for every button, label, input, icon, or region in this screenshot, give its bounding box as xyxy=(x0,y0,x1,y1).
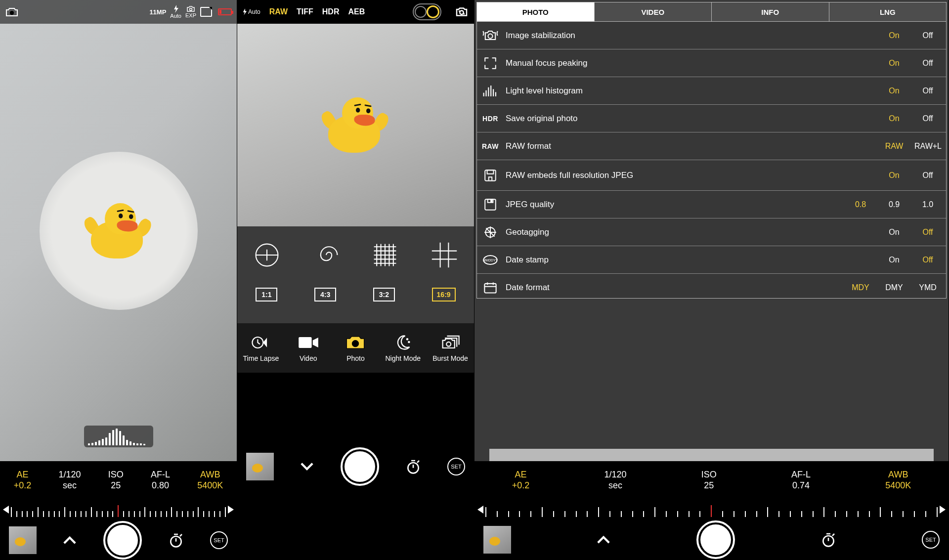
viewfinder[interactable] xyxy=(0,0,237,461)
storage-icon[interactable] xyxy=(200,7,212,17)
adjustment-ruler[interactable] xyxy=(474,499,949,520)
format-topbar: Auto RAW TIFF HDR AEB xyxy=(237,0,474,24)
ratio-16-9[interactable]: 16:9 xyxy=(432,288,456,302)
settings-button[interactable]: SET xyxy=(447,458,465,475)
setting-option[interactable]: Off xyxy=(914,228,941,237)
setting-option[interactable]: 0.9 xyxy=(881,200,907,209)
ratio-3-2[interactable]: 3:2 xyxy=(373,288,395,302)
setting-option[interactable]: On xyxy=(881,31,907,40)
tab-lng[interactable]: LNG xyxy=(829,2,947,21)
settings-button[interactable]: SET xyxy=(210,531,228,549)
mode-video[interactable]: Video xyxy=(286,334,331,362)
gallery-thumbnail[interactable] xyxy=(9,526,37,554)
setting-label: Light level histogram xyxy=(506,86,874,96)
flash-auto-indicator[interactable]: Auto xyxy=(242,8,260,16)
top-bar: 11MP Auto EXP xyxy=(0,0,237,24)
format-raw[interactable]: RAW xyxy=(269,7,288,16)
ae-readout[interactable]: AE+0.2 xyxy=(14,469,32,491)
mode-burst[interactable]: Burst Mode xyxy=(428,334,473,362)
setting-option[interactable]: Off xyxy=(914,86,941,95)
ruler-left-arrow[interactable] xyxy=(477,506,483,514)
flip-camera-icon[interactable] xyxy=(454,4,469,19)
ruler-right-arrow[interactable] xyxy=(940,506,946,514)
setting-option[interactable]: On xyxy=(881,171,907,180)
svg-rect-36 xyxy=(485,199,496,210)
svg-point-0 xyxy=(10,11,14,15)
setting-option[interactable]: Off xyxy=(914,59,941,68)
camera-screen-format: Auto RAW TIFF HDR AEB 1:1 4:3 3:2 16:9 xyxy=(237,0,474,560)
shutter-readout[interactable]: 1/120sec xyxy=(604,469,626,491)
shutter-button[interactable] xyxy=(103,521,142,560)
awb-readout[interactable]: AWB5400K xyxy=(885,469,911,491)
iso-readout[interactable]: ISO25 xyxy=(108,469,124,491)
iso-readout[interactable]: ISO25 xyxy=(701,469,717,491)
self-timer-icon[interactable] xyxy=(405,459,421,474)
spiral-overlay-icon[interactable] xyxy=(312,241,340,269)
shutter-button[interactable] xyxy=(341,447,379,486)
setting-option[interactable]: DMY xyxy=(881,283,907,292)
mode-time-lapse[interactable]: Time Lapse xyxy=(238,334,284,362)
gallery-thumbnail[interactable] xyxy=(246,453,274,480)
tab-info[interactable]: INFO xyxy=(712,2,829,21)
af-readout[interactable]: AF-L0.80 xyxy=(151,469,170,491)
hdr-icon: HDR xyxy=(482,112,499,126)
fine-grid-overlay-icon[interactable] xyxy=(371,241,399,269)
raw-icon: RAW xyxy=(482,139,499,153)
setting-option[interactable]: On xyxy=(881,59,907,68)
shutter-readout[interactable]: 1/120sec xyxy=(58,469,81,491)
mode-photo[interactable]: Photo xyxy=(333,334,378,362)
setting-label: Date format xyxy=(506,283,840,293)
tab-video[interactable]: VIDEO xyxy=(595,2,712,21)
subject-preview xyxy=(321,94,390,156)
camera-icon[interactable] xyxy=(5,6,19,17)
gallery-thumbnail[interactable] xyxy=(483,526,511,554)
horizon-overlay-icon[interactable] xyxy=(253,241,281,269)
chevron-up-icon[interactable] xyxy=(597,533,610,547)
setting-option[interactable]: MDY xyxy=(847,283,874,292)
lens-toggle[interactable] xyxy=(413,3,441,20)
setting-option[interactable]: On xyxy=(881,256,907,264)
awb-readout[interactable]: AWB5400K xyxy=(197,469,223,491)
svg-point-22 xyxy=(352,341,359,347)
histogram-overlay xyxy=(84,426,153,447)
setting-row-4: RAWRAW formatRAWRAW+L xyxy=(477,132,946,160)
chevron-up-icon[interactable] xyxy=(63,533,77,547)
settings-list[interactable]: Image stabilizationOnOffManual focus pea… xyxy=(476,22,947,299)
self-timer-icon[interactable] xyxy=(820,532,836,548)
chevron-down-icon[interactable] xyxy=(300,460,314,474)
setting-option[interactable]: RAW xyxy=(881,142,907,151)
shutter-button[interactable] xyxy=(696,520,735,559)
setting-option[interactable]: RAW+L xyxy=(914,142,941,151)
setting-option[interactable]: YMD xyxy=(914,283,941,292)
viewfinder[interactable] xyxy=(237,24,474,226)
format-hdr[interactable]: HDR xyxy=(322,7,340,16)
format-tiff[interactable]: TIFF xyxy=(297,7,313,16)
setting-option[interactable]: 1.0 xyxy=(914,200,941,209)
setting-option[interactable]: Off xyxy=(914,31,941,40)
mode-night[interactable]: Night Mode xyxy=(380,334,426,362)
setting-option[interactable]: Off xyxy=(914,256,941,264)
setting-option[interactable]: Off xyxy=(914,114,941,123)
setting-option[interactable]: 0.8 xyxy=(847,200,874,209)
thirds-grid-overlay-icon[interactable] xyxy=(431,241,458,269)
setting-option[interactable]: On xyxy=(881,228,907,237)
megapixel-label[interactable]: 11MP xyxy=(149,8,166,16)
ratio-1-1[interactable]: 1:1 xyxy=(256,288,277,302)
settings-button[interactable]: SET xyxy=(922,531,940,549)
adjustment-ruler[interactable] xyxy=(0,499,237,520)
ratio-4-3[interactable]: 4:3 xyxy=(314,288,336,302)
ae-readout[interactable]: AE+0.2 xyxy=(512,469,530,491)
setting-option[interactable]: Off xyxy=(914,171,941,180)
self-timer-icon[interactable] xyxy=(168,532,184,548)
ruler-left-arrow[interactable] xyxy=(3,506,9,514)
bottom-controls: AE+0.2 1/120sec ISO25 AF-L0.80 AWB5400K … xyxy=(0,461,237,560)
ruler-right-arrow[interactable] xyxy=(228,506,234,514)
flash-mode[interactable]: Auto xyxy=(170,5,181,19)
af-readout[interactable]: AF-L0.74 xyxy=(791,469,811,491)
setting-option[interactable]: On xyxy=(881,86,907,95)
exposure-mode[interactable]: EXP xyxy=(185,5,196,18)
setting-option[interactable]: On xyxy=(881,114,907,123)
format-aeb[interactable]: AEB xyxy=(348,7,365,16)
tab-photo[interactable]: PHOTO xyxy=(477,2,595,21)
svg-rect-45 xyxy=(484,283,496,293)
